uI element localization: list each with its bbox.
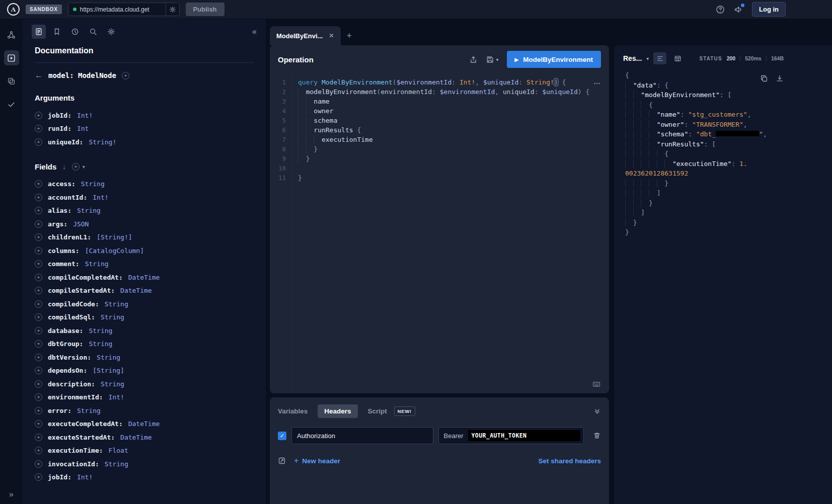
field-item[interactable]: executionTime:Float [35, 444, 254, 458]
code-line[interactable]: 9 } [270, 154, 609, 163]
response-json[interactable]: { "data": { "modelByEnvironment": [ { "n… [625, 70, 832, 237]
field-item[interactable]: dbtVersion:String [35, 351, 254, 364]
field-type[interactable]: String [89, 340, 112, 348]
field-type[interactable]: [String!] [97, 233, 132, 241]
close-tab-icon[interactable]: ✕ [329, 32, 334, 39]
endpoint-url[interactable]: https://metadata.cloud.get [80, 6, 162, 13]
code-line[interactable]: 7 executionTime [270, 135, 609, 144]
code-line[interactable]: "modelByEnvironment": [ [625, 90, 832, 100]
code-line[interactable]: "runResults": [ [625, 139, 832, 149]
operation-tab[interactable]: ModelByEnvi... ✕ [270, 26, 341, 45]
docs-settings-gear-icon[interactable] [104, 25, 118, 39]
code-line[interactable]: { [625, 100, 832, 110]
endpoint-settings-gear-icon[interactable] [166, 3, 179, 16]
publish-button[interactable]: Publish [186, 3, 224, 16]
field-type[interactable]: DateTime [128, 274, 160, 281]
field-type[interactable]: String [105, 300, 128, 308]
field-type[interactable]: String [81, 180, 105, 188]
code-line[interactable]: { [625, 70, 832, 80]
table-view-icon[interactable] [671, 52, 684, 64]
code-line[interactable]: 0023620128631592 [625, 169, 832, 179]
header-key-input[interactable] [291, 427, 433, 444]
field-type[interactable]: JSON [73, 220, 89, 228]
history-icon[interactable] [68, 25, 82, 39]
code-line[interactable]: } [625, 179, 832, 189]
save-dropdown-chevron-icon[interactable]: ▾ [496, 57, 499, 62]
field-item[interactable]: jobId:Int! [35, 471, 254, 484]
editor-menu-icon[interactable] [593, 79, 601, 88]
add-to-query-icon[interactable] [35, 393, 42, 401]
field-item[interactable]: columns:[CatalogColumn] [35, 244, 254, 258]
header-value-input[interactable]: Bearer YOUR_AUTH_TOKEN [438, 427, 584, 444]
add-to-query-icon[interactable] [35, 340, 42, 348]
expand-rail-icon[interactable]: » [0, 490, 23, 499]
code-line[interactable]: { [625, 149, 832, 159]
code-line[interactable]: 10 [270, 163, 609, 173]
code-line[interactable]: 11} [270, 173, 609, 183]
field-item[interactable]: accountId:Int! [35, 191, 254, 204]
add-to-query-icon[interactable] [35, 207, 42, 214]
field-type[interactable]: Int! [77, 112, 93, 119]
prefill-headers-icon[interactable] [278, 457, 286, 465]
argument-item[interactable]: runId:Int [35, 122, 254, 136]
add-to-query-icon[interactable] [35, 125, 42, 132]
code-line[interactable]: ] [625, 208, 832, 218]
add-to-query-icon[interactable] [35, 247, 42, 255]
download-response-icon[interactable] [776, 74, 784, 82]
help-icon[interactable] [716, 5, 725, 14]
argument-item[interactable]: uniqueId:String! [35, 135, 254, 149]
add-to-query-icon[interactable] [35, 407, 42, 414]
field-type[interactable]: Int [77, 125, 89, 132]
operation-collections-icon[interactable] [4, 73, 19, 89]
add-to-query-icon[interactable] [35, 434, 42, 441]
field-type[interactable]: String [77, 407, 101, 414]
query-code[interactable]: 1query ModelByEnvironment($environmentId… [270, 77, 609, 183]
new-header-button[interactable]: + New header [294, 456, 340, 465]
add-to-query-icon[interactable] [35, 313, 42, 321]
endpoint-url-box[interactable]: https://metadata.cloud.get [68, 3, 180, 16]
code-line[interactable]: 3 name [270, 97, 609, 106]
code-line[interactable]: "data": { [625, 80, 832, 91]
field-item[interactable]: compiledSql:String [35, 311, 254, 324]
search-icon[interactable] [86, 25, 100, 39]
code-line[interactable]: 5 schema [270, 116, 609, 125]
query-editor[interactable]: 1query ModelByEnvironment($environmentId… [270, 73, 609, 393]
tab-headers[interactable]: Headers [318, 404, 357, 418]
auth-token-value[interactable]: YOUR_AUTH_TOKEN [468, 430, 580, 441]
schema-graph-icon[interactable] [4, 27, 19, 42]
code-line[interactable]: "owner": "TRANSFORMER", [625, 120, 832, 130]
add-to-query-icon[interactable] [35, 460, 42, 468]
field-item[interactable]: comment:String [35, 258, 254, 271]
field-item[interactable]: description:String [35, 377, 254, 391]
add-to-query-icon[interactable] [35, 220, 42, 228]
code-line[interactable]: } [625, 198, 832, 208]
header-enabled-checkbox[interactable]: ✓ [278, 432, 286, 440]
add-to-query-icon[interactable] [35, 300, 42, 308]
field-type[interactable]: String [85, 260, 109, 268]
field-type[interactable]: String [101, 313, 124, 321]
field-type[interactable]: String [77, 207, 101, 214]
add-to-query-icon[interactable] [35, 194, 42, 201]
field-item[interactable]: childrenL1:[String!] [35, 231, 254, 244]
collapse-panel-icon[interactable]: « [252, 27, 257, 36]
field-item[interactable]: invocationId:String [35, 457, 254, 471]
run-operation-button[interactable]: ▶ ModelByEnvironment [507, 51, 601, 68]
sort-fields-icon[interactable]: ↓ [62, 163, 66, 171]
documentation-icon[interactable] [32, 25, 46, 39]
share-operation-icon[interactable] [469, 55, 478, 64]
back-arrow-icon[interactable]: ← [35, 71, 43, 80]
field-type[interactable]: DateTime [120, 434, 152, 441]
set-shared-headers-link[interactable]: Set shared headers [538, 457, 601, 465]
field-item[interactable]: access:String [35, 178, 254, 191]
code-line[interactable]: 2 modelByEnvironment(environmentId: $env… [270, 87, 609, 97]
field-type[interactable]: String [105, 460, 128, 468]
argument-item[interactable]: jobId:Int! [35, 109, 254, 122]
field-item[interactable]: executeCompletedAt:DateTime [35, 417, 254, 431]
copy-response-icon[interactable] [760, 74, 768, 82]
field-type[interactable]: String [97, 354, 120, 361]
add-to-query-icon[interactable] [35, 287, 42, 294]
add-to-query-icon[interactable] [35, 274, 42, 281]
add-to-query-icon[interactable] [35, 473, 42, 481]
field-item[interactable]: alias:String [35, 204, 254, 218]
field-type[interactable]: Int! [77, 473, 93, 481]
